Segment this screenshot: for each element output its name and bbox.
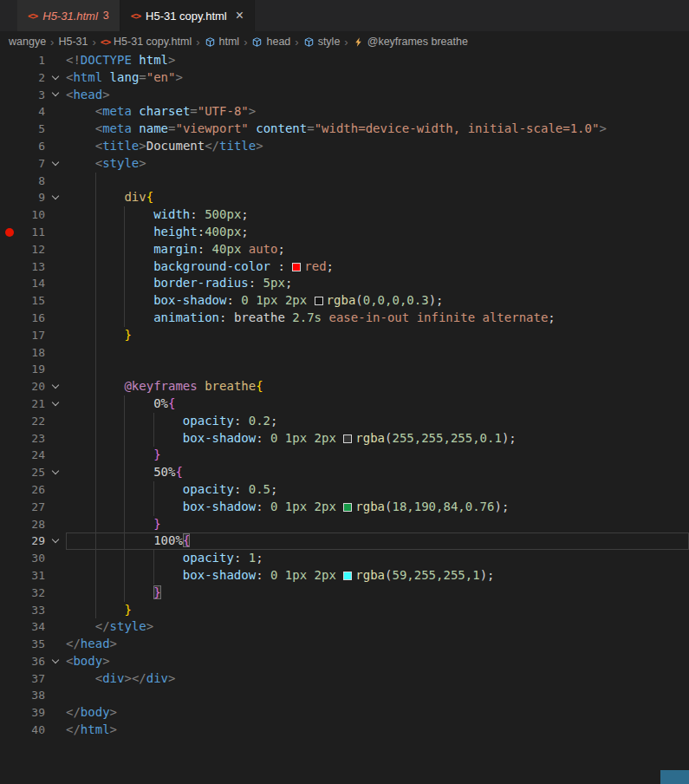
line-number[interactable]: 36 — [21, 653, 45, 670]
close-icon[interactable]: × — [236, 9, 244, 23]
code-line[interactable]: 37 <div></div> — [0, 670, 689, 688]
code-line[interactable]: 19 — [0, 361, 689, 378]
code-line[interactable]: 34 </style> — [0, 618, 689, 636]
code-line[interactable]: 10 width: 500px; — [0, 206, 689, 224]
code-content[interactable]: <html lang="en"> — [66, 69, 689, 87]
code-content[interactable]: background-color : red; — [66, 258, 689, 276]
code-content[interactable]: height:400px; — [66, 224, 689, 241]
code-line[interactable]: 36<body> — [0, 653, 689, 670]
line-number[interactable]: 40 — [21, 722, 45, 739]
code-content[interactable]: opacity: 0.5; — [66, 481, 689, 499]
line-number[interactable]: 18 — [21, 344, 45, 362]
breadcrumb-item[interactable]: head — [251, 36, 290, 48]
line-number[interactable]: 35 — [21, 636, 45, 653]
tab-1[interactable]: <>H5-31.html3 — [17, 0, 120, 31]
code-line[interactable]: 31 box-shadow: 0 1px 2px rgba(59,255,255… — [0, 567, 689, 585]
code-line[interactable]: 35</head> — [0, 636, 689, 653]
line-number[interactable]: 28 — [21, 516, 45, 533]
line-number[interactable]: 5 — [21, 121, 45, 138]
code-line[interactable]: 9 div{ — [0, 189, 689, 206]
code-content[interactable]: width: 500px; — [66, 206, 689, 224]
line-number[interactable]: 24 — [21, 447, 45, 464]
code-content[interactable]: </style> — [66, 618, 689, 636]
code-line[interactable]: 14 border-radius: 5px; — [0, 275, 689, 292]
code-line[interactable]: 18 — [0, 344, 689, 362]
line-number[interactable]: 6 — [21, 138, 45, 155]
color-swatch[interactable] — [292, 263, 301, 271]
line-number[interactable]: 16 — [21, 310, 45, 327]
code-content[interactable]: 50%{ — [66, 464, 689, 481]
color-swatch[interactable] — [315, 297, 323, 305]
code-content[interactable]: box-shadow: 0 1px 2px rgba(59,255,255,1)… — [66, 567, 689, 585]
line-number[interactable]: 39 — [21, 704, 45, 722]
breadcrumb-item[interactable]: @keyframes breathe — [353, 36, 468, 48]
line-number[interactable]: 32 — [21, 585, 45, 602]
breadcrumb-item[interactable]: style — [303, 36, 341, 48]
code-line[interactable]: 12 margin: 40px auto; — [0, 241, 689, 258]
code-content[interactable]: } — [66, 602, 689, 619]
code-line[interactable]: 17 } — [0, 327, 689, 344]
code-line[interactable]: 23 box-shadow: 0 1px 2px rgba(255,255,25… — [0, 430, 689, 448]
code-content[interactable]: div{ — [66, 189, 689, 206]
line-number[interactable]: 31 — [21, 567, 45, 585]
code-content[interactable]: </body> — [66, 704, 689, 722]
code-line[interactable]: 7 <style> — [0, 155, 689, 173]
chevron-down-icon[interactable] — [52, 399, 59, 406]
breadcrumb-item[interactable]: wangye — [9, 36, 46, 48]
line-number[interactable]: 15 — [21, 292, 45, 310]
code-line[interactable]: 25 50%{ — [0, 464, 689, 481]
code-line[interactable]: 5 <meta name="viewport" content="width=d… — [0, 121, 689, 138]
code-content[interactable]: <div></div> — [66, 670, 689, 688]
code-line[interactable]: 16 animation: breathe 2.7s ease-in-out i… — [0, 310, 689, 327]
code-content[interactable]: <title>Document</title> — [66, 138, 689, 155]
code-content[interactable]: <meta name="viewport" content="width=dev… — [66, 121, 689, 138]
line-number[interactable]: 25 — [21, 464, 45, 481]
code-content[interactable]: <!DOCTYPE html> — [66, 52, 689, 69]
code-line[interactable]: 11 height:400px; — [0, 224, 689, 241]
line-number[interactable]: 22 — [21, 413, 45, 430]
code-line[interactable]: 33 } — [0, 602, 689, 619]
line-number[interactable]: 19 — [21, 361, 45, 378]
line-number[interactable]: 37 — [21, 670, 45, 688]
code-line[interactable]: 26 opacity: 0.5; — [0, 481, 689, 499]
breadcrumb-item[interactable]: <>H5-31 copy.html — [101, 36, 192, 48]
chevron-down-icon[interactable] — [52, 193, 59, 199]
line-number[interactable]: 3 — [21, 87, 45, 104]
chevron-down-icon[interactable] — [52, 382, 59, 389]
code-content[interactable]: <head> — [66, 87, 689, 104]
line-number[interactable]: 17 — [21, 327, 45, 344]
tab-2[interactable]: <>H5-31 copy.html× — [120, 0, 255, 31]
code-content[interactable] — [66, 687, 689, 704]
code-content[interactable]: } — [66, 516, 689, 533]
color-swatch[interactable] — [343, 434, 352, 443]
code-content[interactable]: 0%{ — [66, 395, 689, 413]
code-content[interactable]: </head> — [66, 636, 689, 653]
breadcrumb-item[interactable]: html — [205, 36, 240, 48]
code-line[interactable]: 13 background-color : red; — [0, 258, 689, 276]
code-line[interactable]: 30 opacity: 1; — [0, 550, 689, 567]
code-line[interactable]: 21 0%{ — [0, 395, 689, 413]
line-number[interactable]: 4 — [21, 103, 45, 121]
code-line[interactable]: 22 opacity: 0.2; — [0, 413, 689, 430]
code-line[interactable]: 4 <meta charset="UTF-8"> — [0, 103, 689, 121]
code-content[interactable]: opacity: 1; — [66, 550, 689, 567]
code-content[interactable]: box-shadow: 0 1px 2px rgba(255,255,255,0… — [66, 430, 689, 448]
chevron-down-icon[interactable] — [52, 467, 59, 474]
line-number[interactable]: 27 — [21, 499, 45, 516]
code-content[interactable]: animation: breathe 2.7s ease-in-out infi… — [66, 310, 689, 327]
line-number[interactable]: 9 — [21, 189, 45, 206]
line-number[interactable]: 34 — [21, 618, 45, 636]
color-swatch[interactable] — [343, 572, 352, 580]
code-content[interactable]: <style> — [66, 155, 689, 173]
line-number[interactable]: 20 — [21, 378, 45, 395]
line-number[interactable]: 7 — [21, 155, 45, 173]
code-content[interactable] — [66, 344, 689, 362]
code-content[interactable]: box-shadow: 0 1px 2px rgba(0,0,0,0.3); — [66, 292, 689, 310]
breadcrumb-item[interactable]: H5-31 — [58, 36, 88, 48]
chevron-down-icon[interactable] — [52, 536, 59, 543]
code-content[interactable]: @keyframes breathe{ — [66, 378, 689, 395]
code-content[interactable]: } — [66, 327, 689, 344]
code-line[interactable]: 3<head> — [0, 87, 689, 104]
code-editor[interactable]: 1<!DOCTYPE html>2<html lang="en">3<head>… — [0, 52, 689, 784]
breakpoint-icon[interactable] — [5, 228, 14, 237]
